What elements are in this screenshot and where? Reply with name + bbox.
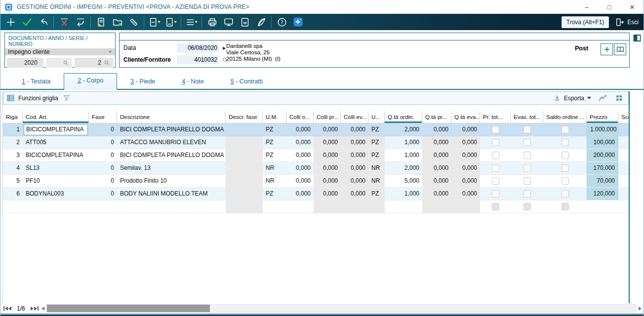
cell-pr-tot[interactable] bbox=[480, 136, 511, 149]
column-header-prezzo[interactable]: Prezzo bbox=[587, 111, 618, 123]
checkbox-evas-tot[interactable] bbox=[523, 164, 531, 172]
checkbox-pr-tot[interactable] bbox=[492, 139, 499, 146]
cell-descr-fase[interactable] bbox=[226, 149, 263, 161]
cell-descr-fase[interactable] bbox=[226, 123, 263, 136]
cell-prezzo[interactable]: 100,000 bbox=[587, 136, 618, 149]
cell-editor[interactable]: BICICOMPLETAPINA bbox=[24, 124, 88, 135]
checkbox-saldo-ordine[interactable] bbox=[562, 164, 569, 172]
cell-q-t-ordin[interactable]: 2,000 bbox=[385, 162, 422, 174]
cell-descrizione[interactable]: Prodotto Finito 10 bbox=[117, 175, 226, 187]
checkbox-pr-tot[interactable] bbox=[492, 164, 499, 172]
cell-descr-fase[interactable] bbox=[226, 136, 263, 149]
cell-u[interactable]: PZ bbox=[368, 123, 385, 136]
cell-prezzo[interactable]: 70,000 bbox=[587, 175, 618, 187]
cell-descrizione[interactable]: ATTACCO MANUBRIO ELEVEN bbox=[117, 136, 226, 149]
cell-u-m[interactable]: NR bbox=[263, 175, 286, 187]
maximize-button[interactable]: □ bbox=[598, 0, 621, 14]
grid-row-3[interactable]: 3BICICOMPLETAPINA0BICI COMPLETA PINARELL… bbox=[3, 149, 629, 162]
column-header-evas-tot[interactable]: Evas. tot... bbox=[511, 111, 543, 123]
cell-q-t-pr[interactable]: 0,000 bbox=[422, 188, 451, 200]
post-book-button[interactable] bbox=[614, 43, 626, 55]
cell-riga[interactable] bbox=[3, 200, 23, 213]
cell-colli-o[interactable]: 0,000 bbox=[286, 123, 314, 136]
open-folder-button[interactable] bbox=[109, 15, 125, 29]
cell-q-t-pr[interactable]: 0,000 bbox=[422, 175, 451, 187]
ruler-button[interactable] bbox=[125, 15, 142, 29]
cell-pr-tot[interactable] bbox=[480, 162, 511, 174]
cell-q-t-eva[interactable]: 0,000 bbox=[451, 136, 480, 149]
cell-evas-tot[interactable] bbox=[511, 188, 543, 200]
cell-q-t-eva[interactable]: 0,000 bbox=[451, 149, 480, 161]
cell-riga[interactable]: 6 bbox=[3, 188, 23, 200]
tab-4-note[interactable]: 4 - Note bbox=[168, 75, 217, 89]
cell-fase[interactable]: 0 bbox=[89, 188, 117, 200]
cell-cod-art[interactable] bbox=[23, 200, 89, 213]
cell-colli-pr[interactable]: 0,000 bbox=[314, 123, 341, 136]
cell-q-t-eva[interactable]: 0,000 bbox=[451, 175, 480, 187]
cell-descr-fase[interactable] bbox=[226, 175, 263, 187]
cell-pr-tot[interactable] bbox=[480, 188, 511, 200]
cell-q-t-eva[interactable]: 0,000 bbox=[451, 188, 480, 200]
cell-riga[interactable]: 5 bbox=[3, 175, 23, 187]
cell-saldo-ordine[interactable] bbox=[543, 200, 587, 213]
checkbox-saldo-ordine[interactable] bbox=[562, 152, 569, 159]
column-header-q-t-eva[interactable]: Q.tà eva... bbox=[451, 111, 480, 123]
column-header-colli-o[interactable]: Colli o... bbox=[286, 111, 314, 123]
cell-u[interactable] bbox=[368, 200, 385, 213]
cell-prezzo[interactable]: 120,000 bbox=[587, 188, 618, 200]
cell-pr-tot[interactable] bbox=[480, 123, 511, 136]
close-button[interactable]: ✕ bbox=[621, 0, 644, 14]
search-icon[interactable] bbox=[103, 59, 110, 66]
column-header-u[interactable]: U... bbox=[368, 111, 385, 123]
cell-cod-art[interactable]: SL13 bbox=[23, 162, 89, 174]
cell-fase[interactable] bbox=[89, 200, 117, 213]
cell-riga[interactable]: 3 bbox=[3, 149, 23, 161]
grid-row-5[interactable]: 5PF100Prodotto Finito 10NR0,0000,0000,00… bbox=[3, 175, 629, 188]
cell-colli-pr[interactable]: 0,000 bbox=[314, 188, 341, 200]
cell-q-t-pr[interactable]: 0,000 bbox=[422, 123, 451, 136]
cell-cod-art[interactable]: BICICOMPLETAPINA bbox=[23, 123, 89, 136]
cell-q-t-ordin[interactable] bbox=[385, 200, 422, 213]
cell-q-t-pr[interactable]: 0,000 bbox=[422, 162, 451, 174]
checkbox-pr-tot[interactable] bbox=[492, 177, 499, 185]
cell-u[interactable]: PZ bbox=[368, 188, 385, 200]
side-panel-toggle-icon[interactable] bbox=[632, 33, 642, 43]
grid-row-2[interactable]: 2ATT0050ATTACCO MANUBRIO ELEVENPZ0,0000,… bbox=[3, 136, 629, 149]
grid-view-icon[interactable] bbox=[615, 94, 623, 102]
cell-prezzo[interactable]: 200,000 bbox=[587, 149, 618, 161]
cell-q-t-ordin[interactable]: 5,000 bbox=[385, 175, 422, 187]
tab-2-corpo[interactable]: 2 - Corpo bbox=[64, 73, 117, 90]
year-field[interactable]: 2020 bbox=[7, 58, 43, 68]
cell-cod-art[interactable]: PF10 bbox=[23, 175, 89, 187]
find-button[interactable]: Trova (Alt+F1) bbox=[562, 16, 609, 28]
cell-fase[interactable]: 0 bbox=[89, 162, 117, 174]
grid-row-1[interactable]: 1BICICOMPLETAPINA0BICI COMPLETA PINARELL… bbox=[3, 123, 629, 136]
cell-scor[interactable] bbox=[618, 188, 630, 200]
column-header-u-m[interactable]: U.M. bbox=[263, 111, 286, 123]
checkbox-saldo-ordine[interactable] bbox=[562, 139, 569, 146]
cell-riga[interactable]: 4 bbox=[3, 162, 23, 174]
column-header-colli-ev[interactable]: Colli ev... bbox=[341, 111, 368, 123]
cell-colli-ev[interactable]: 0,000 bbox=[341, 188, 368, 200]
cell-colli-o[interactable] bbox=[286, 200, 314, 213]
cell-q-t-pr[interactable]: 0,000 bbox=[422, 136, 451, 149]
checkbox-evas-tot[interactable] bbox=[523, 177, 531, 185]
new-document-button[interactable] bbox=[93, 15, 109, 29]
cell-colli-o[interactable]: 0,000 bbox=[286, 162, 314, 174]
add-post-button[interactable] bbox=[601, 43, 613, 55]
cell-q-t-eva[interactable]: 0,000 bbox=[451, 162, 480, 174]
search-icon[interactable] bbox=[62, 59, 69, 66]
exit-button[interactable]: Esci bbox=[615, 17, 639, 27]
scrollbar-thumb[interactable] bbox=[47, 305, 210, 312]
cell-q-t-eva[interactable] bbox=[451, 200, 480, 213]
checkbox-evas-tot[interactable] bbox=[523, 190, 531, 198]
cell-u[interactable]: NR bbox=[368, 175, 385, 187]
cell-colli-ev[interactable]: 0,000 bbox=[341, 136, 368, 149]
checkbox-pr-tot[interactable] bbox=[492, 190, 499, 198]
document-menu-button[interactable] bbox=[146, 15, 162, 29]
cell-prezzo[interactable]: 170,000 bbox=[587, 162, 618, 174]
cell-colli-ev[interactable]: 0,000 bbox=[341, 149, 368, 161]
cell-u[interactable]: NR bbox=[368, 162, 385, 174]
cell-colli-pr[interactable]: 0,000 bbox=[314, 175, 341, 187]
scroll-right-arrow[interactable] bbox=[639, 307, 642, 311]
